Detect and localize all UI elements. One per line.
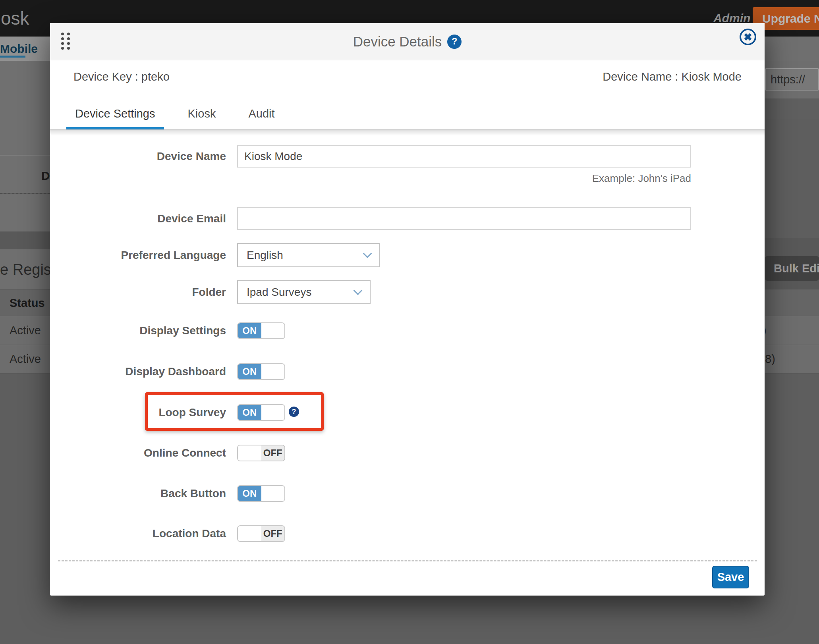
device-email-input[interactable]: [237, 207, 691, 230]
display-dashboard-row: Display Dashboard ON: [50, 363, 285, 380]
save-button[interactable]: Save: [712, 566, 749, 588]
folder-value: Ipad Surveys: [247, 286, 311, 299]
modal-header: Device Details ?: [50, 23, 765, 60]
tab-audit[interactable]: Audit: [240, 98, 283, 129]
status-column-header: Status: [10, 297, 45, 310]
back-button-toggle[interactable]: ON: [237, 485, 285, 502]
display-settings-label: Display Settings: [50, 324, 226, 337]
display-settings-toggle[interactable]: ON: [237, 322, 285, 339]
preferred-language-value: English: [247, 249, 283, 262]
device-email-label: Device Email: [50, 212, 226, 225]
url-field[interactable]: https://: [765, 68, 819, 91]
nav-tab-bar: Mobile: [0, 37, 50, 61]
device-name-hint: Example: John's iPad: [237, 172, 691, 185]
help-icon[interactable]: ?: [447, 35, 462, 49]
chevron-down-icon: [353, 286, 363, 295]
registrations-heading-fragment: e Registr: [0, 261, 50, 278]
preferred-language-select[interactable]: English: [237, 243, 380, 267]
background-left-strip: Mobile D e Registr Status Active Active: [0, 37, 50, 644]
status-cell: Active: [10, 324, 41, 337]
location-data-label: Location Data: [50, 527, 226, 540]
location-data-toggle[interactable]: OFF: [237, 525, 285, 542]
bulk-edit-button[interactable]: Bulk Edit: [765, 256, 819, 281]
back-button-row: Back Button ON: [50, 485, 285, 502]
loop-survey-help-icon[interactable]: ?: [289, 407, 299, 417]
online-connect-label: Online Connect: [50, 447, 226, 459]
device-details-modal: Device Details ? Device Key : pteko Devi…: [50, 23, 765, 596]
tab-device-settings[interactable]: Device Settings: [66, 98, 164, 129]
background-form-label-fragment: D: [41, 169, 50, 183]
table-row: [765, 316, 819, 345]
device-name-label: Device Name: [50, 150, 226, 163]
preferred-language-row: Preferred Language English: [50, 243, 380, 267]
device-name-row: Device Name: [50, 145, 691, 168]
folder-row: Folder Ipad Surveys: [50, 280, 371, 304]
online-connect-row: Online Connect OFF: [50, 445, 285, 461]
chevron-down-icon: [363, 249, 372, 258]
device-key-row: Device Key : pteko Device Name : Kiosk M…: [50, 60, 765, 93]
drag-handle-icon[interactable]: [61, 33, 70, 50]
loop-survey-row: Loop Survey ON: [50, 404, 285, 421]
background-right-strip: https:// Bulk Edit ) 8): [765, 37, 819, 644]
device-key-text: Device Key : pteko: [73, 70, 170, 83]
location-data-row: Location Data OFF: [50, 525, 285, 542]
row-count-fragment: 8): [765, 353, 775, 366]
modal-tabs: Device Settings Kiosk Audit: [66, 98, 284, 129]
app-logo: osk: [1, 0, 29, 37]
preferred-language-label: Preferred Language: [50, 249, 226, 262]
status-cell: Active: [10, 353, 41, 366]
device-email-row: Device Email: [50, 207, 691, 230]
loop-survey-toggle[interactable]: ON: [237, 404, 285, 421]
mobile-tab-underline: [0, 56, 25, 58]
loop-survey-label: Loop Survey: [50, 406, 226, 419]
tab-kiosk[interactable]: Kiosk: [179, 98, 225, 129]
folder-select[interactable]: Ipad Surveys: [237, 280, 371, 304]
row-count-fragment: ): [765, 324, 767, 337]
device-name-input[interactable]: [237, 145, 691, 168]
folder-label: Folder: [50, 286, 226, 299]
modal-title: Device Details: [353, 34, 442, 50]
display-dashboard-label: Display Dashboard: [50, 365, 226, 378]
footer-dashed-divider: [58, 560, 757, 561]
display-dashboard-toggle[interactable]: ON: [237, 363, 285, 380]
online-connect-toggle[interactable]: OFF: [237, 445, 285, 461]
close-icon[interactable]: [740, 29, 756, 45]
tabs-divider-shadow: [50, 129, 765, 136]
back-button-label: Back Button: [50, 487, 226, 500]
device-name-text: Device Name : Kiosk Mode: [603, 70, 742, 83]
display-settings-row: Display Settings ON: [50, 322, 285, 339]
